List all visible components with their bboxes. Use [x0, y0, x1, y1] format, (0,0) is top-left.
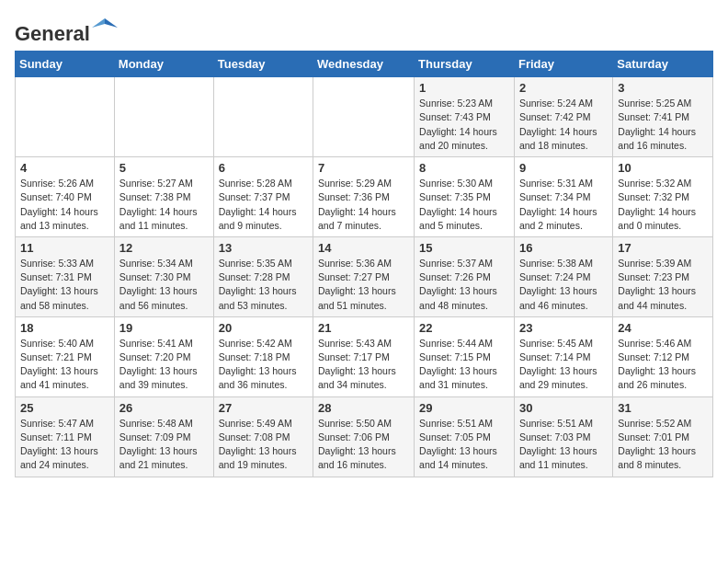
day-number: 17 — [618, 241, 708, 255]
calendar-cell: 10Sunrise: 5:32 AMSunset: 7:32 PMDayligh… — [613, 157, 713, 237]
calendar-cell: 28Sunrise: 5:50 AMSunset: 7:06 PMDayligh… — [313, 396, 415, 477]
calendar-cell: 11Sunrise: 5:33 AMSunset: 7:31 PMDayligh… — [16, 236, 115, 316]
calendar-cell: 7Sunrise: 5:29 AMSunset: 7:36 PMDaylight… — [313, 157, 415, 237]
day-number: 14 — [318, 241, 409, 255]
day-number: 20 — [219, 321, 308, 335]
day-info: Sunrise: 5:29 AMSunset: 7:36 PMDaylight:… — [318, 177, 409, 233]
day-number: 19 — [119, 321, 209, 335]
calendar-cell: 22Sunrise: 5:44 AMSunset: 7:15 PMDayligh… — [415, 316, 515, 396]
calendar-cell: 14Sunrise: 5:36 AMSunset: 7:27 PMDayligh… — [313, 236, 415, 316]
calendar-cell: 26Sunrise: 5:48 AMSunset: 7:09 PMDayligh… — [114, 396, 213, 477]
day-info: Sunrise: 5:43 AMSunset: 7:17 PMDaylight:… — [318, 337, 409, 393]
logo-text: General — [15, 15, 118, 41]
day-info: Sunrise: 5:42 AMSunset: 7:18 PMDaylight:… — [219, 337, 308, 393]
logo-bird-icon — [92, 15, 118, 40]
day-number: 5 — [119, 161, 209, 175]
day-info: Sunrise: 5:52 AMSunset: 7:01 PMDaylight:… — [618, 417, 708, 473]
calendar-cell: 6Sunrise: 5:28 AMSunset: 7:37 PMDaylight… — [213, 157, 313, 237]
calendar-cell: 25Sunrise: 5:47 AMSunset: 7:11 PMDayligh… — [16, 396, 115, 477]
day-info: Sunrise: 5:51 AMSunset: 7:05 PMDaylight:… — [419, 417, 509, 473]
calendar-cell: 5Sunrise: 5:27 AMSunset: 7:38 PMDaylight… — [114, 157, 213, 237]
svg-marker-0 — [105, 18, 118, 28]
column-header-wednesday: Wednesday — [313, 52, 415, 77]
header-row: SundayMondayTuesdayWednesdayThursdayFrid… — [16, 52, 713, 77]
week-row-2: 4Sunrise: 5:26 AMSunset: 7:40 PMDaylight… — [16, 157, 713, 237]
day-number: 15 — [419, 241, 509, 255]
calendar-cell: 20Sunrise: 5:42 AMSunset: 7:18 PMDayligh… — [213, 316, 313, 396]
column-header-monday: Monday — [114, 52, 213, 77]
page-header: General — [15, 15, 713, 41]
calendar-cell: 8Sunrise: 5:30 AMSunset: 7:35 PMDaylight… — [415, 157, 515, 237]
calendar-cell: 17Sunrise: 5:39 AMSunset: 7:23 PMDayligh… — [613, 236, 713, 316]
calendar-cell: 19Sunrise: 5:41 AMSunset: 7:20 PMDayligh… — [114, 316, 213, 396]
calendar-cell — [213, 77, 313, 157]
day-info: Sunrise: 5:40 AMSunset: 7:21 PMDaylight:… — [20, 337, 109, 393]
day-info: Sunrise: 5:50 AMSunset: 7:06 PMDaylight:… — [318, 417, 409, 473]
day-info: Sunrise: 5:47 AMSunset: 7:11 PMDaylight:… — [20, 417, 109, 473]
day-number: 26 — [119, 401, 209, 415]
day-number: 8 — [419, 161, 509, 175]
week-row-4: 18Sunrise: 5:40 AMSunset: 7:21 PMDayligh… — [16, 316, 713, 396]
column-header-tuesday: Tuesday — [213, 52, 313, 77]
day-info: Sunrise: 5:27 AMSunset: 7:38 PMDaylight:… — [119, 177, 209, 233]
day-info: Sunrise: 5:49 AMSunset: 7:08 PMDaylight:… — [219, 417, 308, 473]
day-number: 13 — [219, 241, 308, 255]
day-info: Sunrise: 5:28 AMSunset: 7:37 PMDaylight:… — [219, 177, 308, 233]
day-number: 12 — [119, 241, 209, 255]
calendar-cell: 4Sunrise: 5:26 AMSunset: 7:40 PMDaylight… — [16, 157, 115, 237]
day-info: Sunrise: 5:35 AMSunset: 7:28 PMDaylight:… — [219, 257, 308, 313]
day-number: 22 — [419, 321, 509, 335]
day-info: Sunrise: 5:34 AMSunset: 7:30 PMDaylight:… — [119, 257, 209, 313]
day-number: 24 — [618, 321, 708, 335]
day-number: 11 — [20, 241, 109, 255]
day-info: Sunrise: 5:26 AMSunset: 7:40 PMDaylight:… — [20, 177, 109, 233]
calendar-cell: 29Sunrise: 5:51 AMSunset: 7:05 PMDayligh… — [415, 396, 515, 477]
day-number: 27 — [219, 401, 308, 415]
calendar-cell: 12Sunrise: 5:34 AMSunset: 7:30 PMDayligh… — [114, 236, 213, 316]
calendar-cell: 9Sunrise: 5:31 AMSunset: 7:34 PMDaylight… — [514, 157, 612, 237]
day-number: 25 — [20, 401, 109, 415]
calendar-cell: 24Sunrise: 5:46 AMSunset: 7:12 PMDayligh… — [613, 316, 713, 396]
day-info: Sunrise: 5:38 AMSunset: 7:24 PMDaylight:… — [519, 257, 608, 313]
svg-marker-1 — [92, 18, 105, 28]
day-info: Sunrise: 5:46 AMSunset: 7:12 PMDaylight:… — [618, 337, 708, 393]
day-number: 6 — [219, 161, 308, 175]
calendar-cell: 3Sunrise: 5:25 AMSunset: 7:41 PMDaylight… — [613, 77, 713, 157]
day-info: Sunrise: 5:41 AMSunset: 7:20 PMDaylight:… — [119, 337, 209, 393]
calendar-cell: 23Sunrise: 5:45 AMSunset: 7:14 PMDayligh… — [514, 316, 612, 396]
day-info: Sunrise: 5:45 AMSunset: 7:14 PMDaylight:… — [519, 337, 608, 393]
column-header-saturday: Saturday — [613, 52, 713, 77]
day-number: 10 — [618, 161, 708, 175]
day-info: Sunrise: 5:32 AMSunset: 7:32 PMDaylight:… — [618, 177, 708, 233]
day-number: 31 — [618, 401, 708, 415]
day-info: Sunrise: 5:33 AMSunset: 7:31 PMDaylight:… — [20, 257, 109, 313]
calendar-table: SundayMondayTuesdayWednesdayThursdayFrid… — [15, 51, 713, 477]
calendar-cell: 31Sunrise: 5:52 AMSunset: 7:01 PMDayligh… — [613, 396, 713, 477]
calendar-cell — [114, 77, 213, 157]
day-info: Sunrise: 5:24 AMSunset: 7:42 PMDaylight:… — [519, 97, 608, 153]
calendar-cell: 15Sunrise: 5:37 AMSunset: 7:26 PMDayligh… — [415, 236, 515, 316]
week-row-5: 25Sunrise: 5:47 AMSunset: 7:11 PMDayligh… — [16, 396, 713, 477]
day-number: 23 — [519, 321, 608, 335]
calendar-cell: 27Sunrise: 5:49 AMSunset: 7:08 PMDayligh… — [213, 396, 313, 477]
calendar-cell — [16, 77, 115, 157]
day-number: 29 — [419, 401, 509, 415]
day-number: 2 — [519, 81, 608, 95]
day-info: Sunrise: 5:30 AMSunset: 7:35 PMDaylight:… — [419, 177, 509, 233]
day-number: 28 — [318, 401, 409, 415]
day-number: 9 — [519, 161, 608, 175]
day-info: Sunrise: 5:31 AMSunset: 7:34 PMDaylight:… — [519, 177, 608, 233]
day-info: Sunrise: 5:37 AMSunset: 7:26 PMDaylight:… — [419, 257, 509, 313]
week-row-3: 11Sunrise: 5:33 AMSunset: 7:31 PMDayligh… — [16, 236, 713, 316]
day-info: Sunrise: 5:36 AMSunset: 7:27 PMDaylight:… — [318, 257, 409, 313]
day-info: Sunrise: 5:25 AMSunset: 7:41 PMDaylight:… — [618, 97, 708, 153]
day-number: 21 — [318, 321, 409, 335]
logo-general: General — [15, 22, 90, 45]
day-number: 3 — [618, 81, 708, 95]
day-info: Sunrise: 5:23 AMSunset: 7:43 PMDaylight:… — [419, 97, 509, 153]
day-number: 16 — [519, 241, 608, 255]
calendar-cell: 2Sunrise: 5:24 AMSunset: 7:42 PMDaylight… — [514, 77, 612, 157]
day-info: Sunrise: 5:44 AMSunset: 7:15 PMDaylight:… — [419, 337, 509, 393]
column-header-thursday: Thursday — [415, 52, 515, 77]
calendar-cell: 1Sunrise: 5:23 AMSunset: 7:43 PMDaylight… — [415, 77, 515, 157]
